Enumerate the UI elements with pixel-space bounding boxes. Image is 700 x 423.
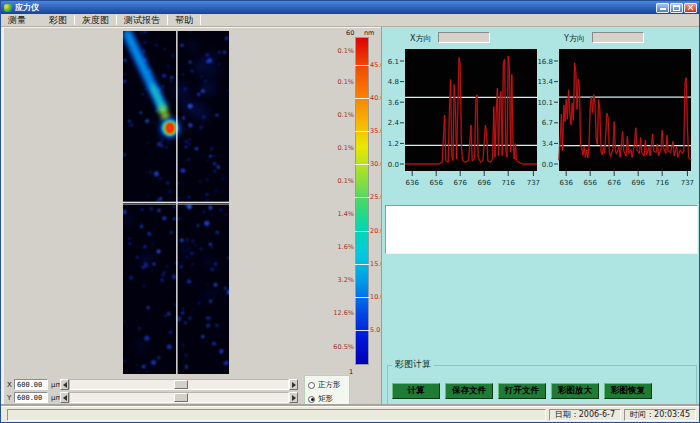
calc-panel-title: 彩图计算 bbox=[392, 358, 434, 371]
status-bar: 日期：2006-6-7 时间：20:03:45 bbox=[1, 406, 699, 422]
svg-text:696: 696 bbox=[478, 179, 492, 187]
status-time: 时间：20:03:45 bbox=[624, 409, 696, 421]
scale-tick bbox=[355, 330, 369, 331]
x-scroll-right-button[interactable] bbox=[289, 379, 298, 390]
app-icon bbox=[4, 4, 12, 12]
radio-label: 正方形 bbox=[318, 380, 341, 390]
arrow-left-icon bbox=[60, 382, 67, 388]
scale-tick bbox=[355, 231, 369, 232]
menu-bar: 测量彩图灰度图测试报告帮助 bbox=[1, 14, 699, 27]
svg-text:4.8: 4.8 bbox=[388, 78, 399, 86]
y-direction-chart-group: Y方向 16.813.410.16.73.40.0636656676696716… bbox=[536, 27, 696, 199]
y-scroll-track[interactable] bbox=[69, 392, 289, 403]
colormap-image[interactable] bbox=[123, 31, 229, 374]
svg-text:656: 656 bbox=[430, 179, 444, 187]
calc-button-row: 计算保存文件打开文件彩图放大彩图恢复 bbox=[392, 383, 657, 399]
svg-text:13.4: 13.4 bbox=[537, 78, 553, 86]
radio-icon bbox=[308, 382, 315, 389]
scale-percent-label: 0.1% bbox=[331, 144, 354, 152]
minimize-button[interactable] bbox=[656, 3, 669, 13]
menu-item-1[interactable]: 测量 bbox=[1, 14, 33, 26]
svg-text:10.1: 10.1 bbox=[537, 99, 553, 107]
x-size-input[interactable] bbox=[14, 379, 48, 390]
app-window: 应力仪 测量彩图灰度图测试报告帮助 60 nm 1 45.040.035.030… bbox=[0, 0, 700, 423]
svg-text:3.4: 3.4 bbox=[542, 140, 554, 148]
scale-percent-label: 1.6% bbox=[331, 243, 354, 251]
scale-tick bbox=[355, 164, 369, 165]
menu-item-4[interactable]: 测试报告 bbox=[117, 14, 167, 26]
scale-unit-label: nm bbox=[364, 29, 374, 37]
close-icon bbox=[687, 4, 694, 11]
close-button[interactable] bbox=[684, 3, 697, 13]
scale-percent-label: 12.6% bbox=[331, 309, 354, 317]
svg-text:716: 716 bbox=[656, 179, 670, 187]
y-profile-plot: 16.813.410.16.73.40.0636656676696716737 bbox=[536, 43, 696, 197]
status-message-panel bbox=[7, 409, 546, 421]
svg-text:2.4: 2.4 bbox=[388, 119, 400, 127]
x-scroll-track[interactable] bbox=[69, 379, 289, 390]
scale-percent-label: 1.4% bbox=[331, 210, 354, 218]
status-date: 日期：2006-6-7 bbox=[549, 409, 621, 421]
y-scroll-right-button[interactable] bbox=[289, 392, 298, 403]
shape-radio-1[interactable]: 正方形 bbox=[308, 378, 346, 392]
arrow-left-icon bbox=[60, 395, 67, 401]
scale-percent-label: 3.2% bbox=[331, 276, 354, 284]
main-area: 60 nm 1 45.040.035.030.025.020.015.010.0… bbox=[1, 27, 699, 406]
calc-button-2[interactable]: 保存文件 bbox=[445, 383, 493, 399]
svg-text:696: 696 bbox=[632, 179, 646, 187]
y-scroll-left-button[interactable] bbox=[60, 392, 69, 403]
svg-text:0.0: 0.0 bbox=[542, 161, 553, 169]
svg-text:716: 716 bbox=[502, 179, 516, 187]
svg-text:636: 636 bbox=[560, 179, 574, 187]
scale-tick bbox=[355, 197, 369, 198]
svg-text:16.8: 16.8 bbox=[537, 58, 553, 66]
menu-item-3[interactable]: 灰度图 bbox=[75, 14, 116, 26]
x-scroll-thumb[interactable] bbox=[174, 380, 188, 389]
y-scrollbar[interactable] bbox=[60, 392, 298, 403]
scale-percent-label: 0.1% bbox=[331, 111, 354, 119]
x-direction-chart-group: X方向 6.14.83.62.41.20.0636656676696716737 bbox=[382, 27, 542, 199]
svg-text:676: 676 bbox=[454, 179, 468, 187]
arrow-right-icon bbox=[292, 382, 299, 388]
radio-label: 矩形 bbox=[318, 394, 333, 404]
color-scale: 60 nm 1 45.040.035.030.025.020.015.010.0… bbox=[331, 28, 381, 378]
x-axis-label: X bbox=[7, 381, 12, 389]
scale-percent-label: 0.1% bbox=[331, 78, 354, 86]
title-bar: 应力仪 bbox=[1, 1, 699, 14]
svg-text:6.1: 6.1 bbox=[388, 58, 399, 66]
right-panel: X方向 6.14.83.62.41.20.0636656676696716737… bbox=[381, 27, 699, 406]
scale-percent-label: 0.1% bbox=[331, 47, 354, 55]
calc-button-3[interactable]: 打开文件 bbox=[498, 383, 546, 399]
y-chart-readout bbox=[592, 32, 644, 43]
svg-text:3.6: 3.6 bbox=[388, 99, 400, 107]
arrow-right-icon bbox=[292, 395, 299, 401]
y-scroll-thumb[interactable] bbox=[174, 393, 188, 402]
y-size-input[interactable] bbox=[14, 392, 48, 403]
scale-percent-label: 60.5% bbox=[331, 343, 354, 351]
calc-button-5[interactable]: 彩图恢复 bbox=[604, 383, 652, 399]
panel-edge bbox=[1, 28, 4, 406]
menu-separator bbox=[200, 15, 201, 25]
svg-text:656: 656 bbox=[584, 179, 598, 187]
scale-tick bbox=[355, 65, 369, 66]
scale-tick bbox=[355, 297, 369, 298]
menu-item-5[interactable]: 帮助 bbox=[168, 14, 200, 26]
x-scroll-left-button[interactable] bbox=[60, 379, 69, 390]
radio-icon bbox=[308, 396, 315, 403]
menu-item-2[interactable]: 彩图 bbox=[42, 14, 74, 26]
svg-text:0.0: 0.0 bbox=[388, 161, 399, 169]
restore-button[interactable] bbox=[670, 3, 683, 13]
shape-radio-2[interactable]: 矩形 bbox=[308, 392, 346, 406]
calc-button-1[interactable]: 计算 bbox=[392, 383, 440, 399]
x-profile-plot: 6.14.83.62.41.20.0636656676696716737 bbox=[382, 43, 542, 197]
x-chart-readout bbox=[438, 32, 490, 43]
scale-tick bbox=[355, 264, 369, 265]
calc-button-4[interactable]: 彩图放大 bbox=[551, 383, 599, 399]
scale-max-label: 60 bbox=[346, 29, 354, 37]
y-axis-label: Y bbox=[7, 394, 11, 402]
scale-tick bbox=[355, 131, 369, 132]
window-title: 应力仪 bbox=[15, 2, 655, 14]
scale-percent-label: 0.1% bbox=[331, 177, 354, 185]
x-scrollbar[interactable] bbox=[60, 379, 298, 390]
scale-tick bbox=[355, 98, 369, 99]
